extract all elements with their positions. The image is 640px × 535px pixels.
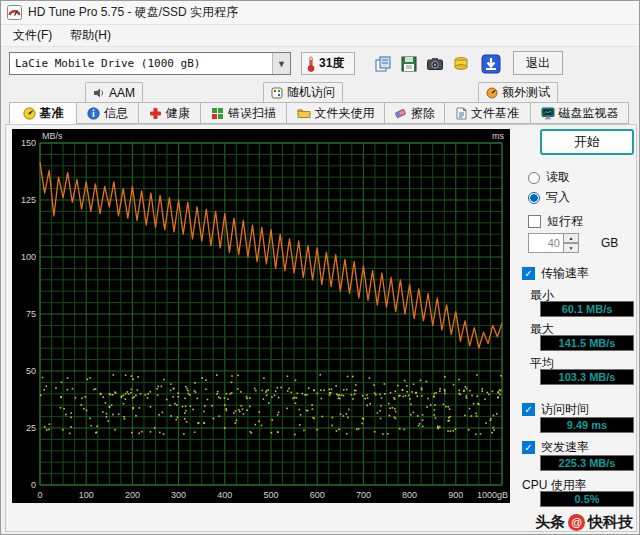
drive-selector[interactable]: LaCie Mobile Drive (1000 gB) ▼ [9,52,291,75]
min-value: 60.1 MB/s [540,301,634,317]
svg-text:MB/s: MB/s [42,131,63,141]
svg-text:ms: ms [492,131,504,141]
menu-file[interactable]: 文件(F) [5,25,60,46]
tab-folder-usage-label: 文件夹使用 [315,105,375,122]
svg-text:0: 0 [37,490,42,500]
tab-folder-usage[interactable]: 文件夹使用 [287,102,385,124]
svg-text:400: 400 [217,490,232,500]
access-time-label: 访问时间 [541,401,589,418]
checkbox-checked-icon: ✓ [522,403,535,416]
checkbox-checked-icon: ✓ [522,267,535,280]
menubar: 文件(F) 帮助(H) [1,25,639,47]
svg-text:150: 150 [21,138,36,148]
short-stroke-checkbox[interactable]: 短行程 [528,213,583,230]
tab-aam-label: AAM [109,86,135,100]
tab-random-access-label: 随机访问 [287,84,335,101]
read-radio[interactable]: 读取 [528,169,570,186]
tab-disk-monitor[interactable]: 磁盘监视器 [531,102,629,124]
svg-text:700: 700 [356,490,371,500]
benchmark-chart: 0255075100125150010020030040050060070080… [12,129,510,503]
disk-image-icon[interactable] [449,52,473,76]
svg-text:75: 75 [26,309,36,319]
tab-info-label: 信息 [104,105,128,122]
save-screenshot-icon[interactable] [397,52,421,76]
random-access-icon [271,87,283,99]
titlebar: HD Tune Pro 5.75 - 硬盘/SSD 实用程序 [1,1,639,25]
tab-erase-label: 擦除 [411,105,435,122]
transfer-rate-checkbox[interactable]: ✓ 传输速率 [522,265,589,282]
write-radio[interactable]: 写入 [528,189,570,206]
watermark-left: 头条 [535,513,565,532]
erase-icon [394,107,407,120]
tab-erase[interactable]: 擦除 [385,102,445,124]
svg-text:100: 100 [21,252,36,262]
svg-text:600: 600 [310,490,325,500]
tab-file-benchmark[interactable]: 文件基准 [445,102,531,124]
watermark-badge-icon: @ [568,514,585,531]
short-stroke-label: 短行程 [547,213,583,230]
tab-info[interactable]: 信息 [77,102,139,124]
tab-file-benchmark-label: 文件基准 [471,105,519,122]
folder-usage-icon [297,107,311,119]
tab-row-secondary: AAM 随机访问 额外测试 [1,81,639,102]
temperature-value: 31度 [319,55,344,72]
cpu-usage-value: 0.5% [540,491,634,507]
transfer-rate-label: 传输速率 [541,265,589,282]
extra-tests-icon [486,87,498,99]
read-radio-label: 读取 [546,169,570,186]
disk-monitor-icon [541,107,555,120]
svg-text:800: 800 [402,490,417,500]
tab-extra-tests[interactable]: 额外测试 [478,82,558,102]
benchmark-controls: 开始 读取 写入 短行程 ▲ ▼ GB [514,125,636,531]
tab-health-label: 健康 [166,105,190,122]
spinner-down-icon[interactable]: ▼ [564,243,579,253]
camera-icon[interactable] [423,52,447,76]
checkbox-checked-icon: ✓ [522,441,535,454]
svg-text:25: 25 [26,423,36,433]
tab-disk-monitor-label: 磁盘监视器 [559,105,619,122]
burst-rate-value: 225.3 MB/s [540,455,634,471]
svg-text:900: 900 [448,490,463,500]
copy-to-clipboard-icon[interactable] [371,52,395,76]
svg-text:500: 500 [263,490,278,500]
tab-aam[interactable]: AAM [85,82,143,102]
burst-rate-checkbox[interactable]: ✓ 突发速率 [522,439,589,456]
svg-text:300: 300 [171,490,186,500]
short-stroke-input[interactable] [528,233,564,253]
tab-error-scan[interactable]: 错误扫描 [201,102,287,124]
svg-text:200: 200 [125,490,140,500]
file-benchmark-icon [456,107,467,120]
benchmark-panel: 0255075100125150010020030040050060070080… [5,124,637,532]
toolbar: LaCie Mobile Drive (1000 gB) ▼ 31度 [1,47,639,81]
watermark: 头条 @ 快科技 [535,513,633,532]
burst-rate-label: 突发速率 [541,439,589,456]
access-time-value: 9.49 ms [540,417,634,433]
access-time-checkbox[interactable]: ✓ 访问时间 [522,401,589,418]
tab-benchmark[interactable]: 基准 [9,102,77,125]
speaker-icon [93,87,105,99]
tab-error-scan-label: 错误扫描 [228,105,276,122]
tab-random-access[interactable]: 随机访问 [263,82,343,102]
avg-value: 103.3 MB/s [540,369,634,385]
short-stroke-unit: GB [601,236,618,250]
update-download-icon[interactable] [479,52,503,76]
watermark-right: 快科技 [588,513,633,532]
svg-text:50: 50 [26,366,36,376]
menu-help[interactable]: 帮助(H) [62,25,119,46]
exit-button[interactable]: 退出 [513,51,563,75]
tab-health[interactable]: 健康 [139,102,201,124]
write-radio-label: 写入 [546,189,570,206]
spinner-up-icon[interactable]: ▲ [564,233,579,243]
chevron-down-icon[interactable]: ▼ [272,53,290,74]
gauge-icon [23,107,36,120]
tab-benchmark-label: 基准 [40,105,64,122]
svg-text:125: 125 [21,195,36,205]
radio-circle-icon [528,172,540,184]
start-button[interactable]: 开始 [540,129,634,155]
short-stroke-size: ▲ ▼ GB [528,233,618,253]
checkbox-icon [528,215,541,228]
error-scan-icon [211,107,224,120]
short-stroke-spinner[interactable]: ▲ ▼ [564,233,579,253]
tab-row-primary: 基准 信息 健康 错误扫描 [9,102,629,125]
temperature-indicator: 31度 [301,52,355,75]
